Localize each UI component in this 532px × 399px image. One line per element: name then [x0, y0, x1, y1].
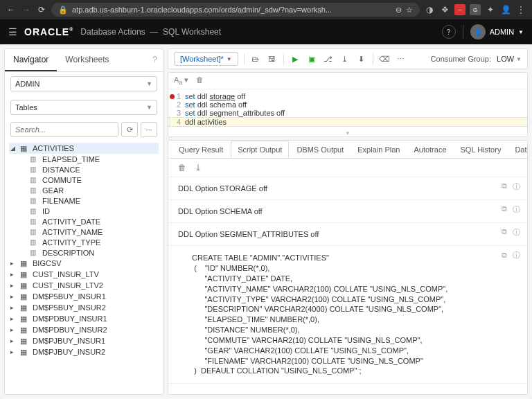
- column-row[interactable]: ▥ID: [9, 206, 159, 216]
- avatar: 👤: [470, 24, 486, 39]
- result-tab[interactable]: Script Output: [231, 141, 289, 159]
- refresh-button[interactable]: ⟳: [121, 122, 138, 137]
- column-row[interactable]: ▥COMMUTE: [9, 175, 159, 185]
- chevron-down-icon: ▼: [227, 56, 232, 62]
- tab-navigator[interactable]: Navigator: [5, 49, 57, 71]
- copy-icon[interactable]: ⧉: [502, 204, 507, 215]
- table-row[interactable]: ▸▦BIGCSV: [9, 258, 159, 269]
- output-block: ⧉ⓘ CREATE TABLE "ADMIN"."ACTIVITIES" ( "…: [168, 246, 527, 384]
- autotrace-icon[interactable]: ⤓: [339, 55, 351, 64]
- copy-icon[interactable]: ⧉: [502, 181, 507, 192]
- column-row[interactable]: ▥DESCRIPTION: [9, 247, 159, 258]
- clear-icon[interactable]: ⌫: [379, 55, 390, 64]
- object-tree: ◢▦ACTIVITIES▥ELAPSED_TIME▥DISTANCE▥COMMU…: [5, 140, 163, 394]
- table-row[interactable]: ▸▦CUST_INSUR_LTV2: [9, 280, 159, 291]
- sidebar-tabs: Navigator Worksheets ?: [5, 49, 163, 72]
- table-row[interactable]: ▸▦DM$PJBUY_INSUR1: [9, 335, 159, 346]
- profile-icon[interactable]: 👤: [500, 4, 511, 15]
- url-text: atp.adb.us-ashburn-1.oraclecloudapps.com…: [72, 6, 332, 14]
- clear-output-icon[interactable]: 🗑: [178, 163, 186, 172]
- table-row[interactable]: ▸▦DM$P5BUY_INSUR1: [9, 291, 159, 302]
- forward-icon[interactable]: →: [21, 5, 32, 15]
- column-row[interactable]: ▥ELAPSED_TIME: [9, 154, 159, 164]
- chevron-down-icon: ▼: [146, 104, 152, 111]
- column-row[interactable]: ▥DISTANCE: [9, 164, 159, 175]
- table-row[interactable]: ▸▦DM$PJBUY_INSUR2: [9, 346, 159, 357]
- more-button[interactable]: ···: [141, 122, 157, 137]
- key-icon: ⊖: [396, 6, 402, 15]
- font-size-icon[interactable]: Aa ▾: [174, 76, 189, 86]
- worksheet-label: [Worksheet]*: [180, 55, 224, 63]
- help-icon[interactable]: ?: [442, 25, 456, 39]
- lock-icon: 🔒: [58, 6, 68, 15]
- sidebar: Navigator Worksheets ? ADMIN ▼ Tables ▼ …: [4, 48, 163, 395]
- result-tab[interactable]: Query Result: [172, 141, 229, 158]
- resize-handle[interactable]: ▼: [168, 130, 527, 136]
- result-tab[interactable]: SQL History: [454, 141, 508, 158]
- run-icon[interactable]: ▶: [290, 55, 301, 64]
- column-row[interactable]: ▥ACTIVITY_DATE: [9, 216, 159, 227]
- result-tab[interactable]: Explain Plan: [351, 141, 406, 158]
- hamburger-icon[interactable]: ☰: [8, 26, 17, 37]
- chevron-down-icon: ▼: [518, 29, 524, 35]
- download-icon[interactable]: ⬇: [356, 55, 367, 64]
- result-tab[interactable]: Data Loading: [508, 141, 527, 158]
- download-output-icon[interactable]: ⤓: [195, 163, 202, 172]
- schema-select-value: ADMIN: [15, 80, 39, 88]
- column-row[interactable]: ▥GEAR: [9, 185, 159, 195]
- copy-icon[interactable]: ⧉: [502, 227, 507, 238]
- content-area: [Worksheet]* ▼ 🗁 🖫 ▶ ▣ ⎇ ⤓ ⬇ ⌫ ⋯ Consume…: [168, 48, 528, 395]
- open-icon[interactable]: 🗁: [250, 55, 261, 63]
- trash-icon[interactable]: 🗑: [196, 76, 204, 86]
- star-icon[interactable]: ☆: [406, 6, 413, 15]
- output-block: ⧉ⓘDDL Option SCHEMA off: [168, 200, 527, 223]
- result-tabs: Query ResultScript OutputDBMS OutputExpl…: [168, 141, 527, 159]
- object-type-select[interactable]: Tables ▼: [10, 100, 157, 115]
- sidebar-help-icon[interactable]: ?: [147, 49, 163, 71]
- user-name: ADMIN: [490, 28, 514, 36]
- overflow-icon[interactable]: ⋯: [396, 55, 407, 64]
- table-row[interactable]: ▸▦DM$PDBUY_INSUR2: [9, 324, 159, 335]
- info-icon[interactable]: ⓘ: [513, 181, 520, 192]
- copy-icon[interactable]: ⧉: [502, 250, 507, 260]
- ext-icon-5[interactable]: ✦: [485, 4, 496, 15]
- object-type-value: Tables: [15, 103, 37, 112]
- result-tab[interactable]: DBMS Output: [290, 141, 350, 158]
- result-tab[interactable]: Autotrace: [407, 141, 452, 158]
- worksheet-select[interactable]: [Worksheet]* ▼: [174, 52, 238, 66]
- menu-icon[interactable]: ⋮: [515, 4, 526, 15]
- back-icon[interactable]: ←: [6, 5, 17, 15]
- editor-toolbar: [Worksheet]* ▼ 🗁 🖫 ▶ ▣ ⎇ ⤓ ⬇ ⌫ ⋯ Consume…: [168, 48, 528, 69]
- search-input[interactable]: [10, 122, 118, 137]
- explain-icon[interactable]: ⎇: [323, 55, 334, 64]
- ext-icon-1[interactable]: ◑: [424, 4, 435, 15]
- output-block: ⧉ⓘDDL Option STORAGE off: [168, 177, 527, 200]
- tab-worksheets[interactable]: Worksheets: [57, 49, 117, 71]
- table-row[interactable]: ▸▦CUST_INSUR_LTV: [9, 269, 159, 280]
- info-icon[interactable]: ⓘ: [513, 227, 520, 238]
- consumer-group-label: Consumer Group:: [431, 55, 491, 63]
- column-row[interactable]: ▥FILENAME: [9, 195, 159, 206]
- column-row[interactable]: ▥ACTIVITY_NAME: [9, 227, 159, 237]
- table-row[interactable]: ▸▦DM$P5BUY_INSUR2: [9, 302, 159, 313]
- logo: ORACLE®: [24, 26, 73, 37]
- schema-select[interactable]: ADMIN ▼: [10, 76, 157, 91]
- ext-icon-3[interactable]: ··: [454, 4, 466, 15]
- ext-icon-4[interactable]: G: [470, 4, 481, 15]
- info-icon[interactable]: ⓘ: [513, 250, 520, 260]
- column-row[interactable]: ▥ACTIVITY_TYPE: [9, 237, 159, 247]
- results-panel: Query ResultScript OutputDBMS OutputExpl…: [168, 140, 528, 395]
- table-row[interactable]: ◢▦ACTIVITIES: [9, 143, 159, 154]
- run-script-icon[interactable]: ▣: [306, 55, 317, 64]
- result-body: ⧉ⓘDDL Option STORAGE off⧉ⓘDDL Option SCH…: [168, 177, 527, 394]
- url-bar[interactable]: 🔒 atp.adb.us-ashburn-1.oraclecloudapps.c…: [51, 3, 420, 17]
- ext-icon-2[interactable]: ❖: [439, 4, 450, 15]
- user-menu[interactable]: 👤 ADMIN ▼: [470, 24, 524, 39]
- consumer-group-select[interactable]: LOW ▼: [497, 55, 522, 63]
- save-icon[interactable]: 🖫: [267, 55, 278, 63]
- reload-icon[interactable]: ⟳: [36, 5, 47, 15]
- code-editor[interactable]: Aa ▾ 🗑 1set ddl storage off2set ddl sche…: [168, 72, 528, 137]
- chevron-down-icon: ▼: [146, 80, 152, 87]
- table-row[interactable]: ▸▦DM$PDBUY_INSUR1: [9, 313, 159, 324]
- info-icon[interactable]: ⓘ: [513, 204, 520, 215]
